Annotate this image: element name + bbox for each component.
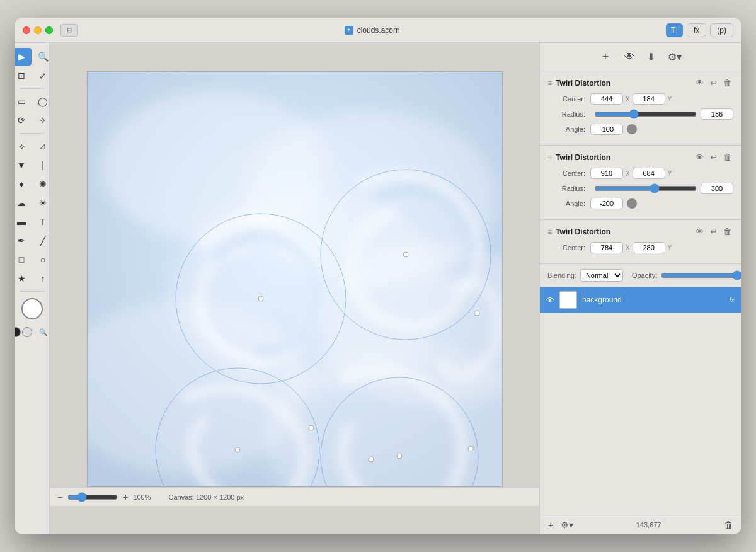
foreground-color[interactable]	[21, 298, 43, 319]
black-color[interactable]	[15, 327, 21, 337]
drag-handle-1[interactable]: ≡	[547, 79, 552, 88]
lasso-tool[interactable]: ⟳	[15, 112, 32, 129]
visibility-button[interactable]: 👁	[622, 50, 637, 64]
text-icon: T!	[671, 26, 678, 35]
radius-slider-1[interactable]	[594, 109, 697, 119]
filter-delete-2[interactable]: 🗑	[721, 152, 733, 163]
radius-row-2: Radius:	[547, 183, 733, 194]
center-y-input-2[interactable]	[633, 168, 665, 179]
add-filter-button[interactable]: +	[597, 48, 614, 66]
radius-value-2[interactable]	[701, 183, 733, 194]
canvas-image[interactable]	[87, 71, 503, 487]
filter-title-2: Twirl Distortion	[556, 153, 690, 162]
rect-draw-tool[interactable]: □	[15, 251, 32, 268]
magic-wand-tool[interactable]: ⟡	[15, 137, 32, 155]
center-x-input-3[interactable]	[590, 242, 623, 253]
filter-reset-2[interactable]: ↩	[708, 152, 719, 163]
radius-value-1[interactable]: 186	[701, 108, 733, 120]
filter-eye-2[interactable]: 👁	[694, 152, 706, 163]
filter-delete-3[interactable]: 🗑	[721, 226, 733, 237]
add-layer-button[interactable]: +	[546, 519, 555, 531]
svg-point-17	[397, 454, 402, 459]
gradient-tool[interactable]: ▼	[15, 156, 32, 174]
center-y-input-1[interactable]: 184	[633, 93, 665, 105]
angle-label-2: Angle:	[547, 200, 585, 207]
canvas-area: − + 100% Canvas: 1200 × 1200 px	[50, 43, 539, 534]
settings-button[interactable]: ⚙▾	[665, 50, 684, 64]
radius-label-1: Radius:	[547, 110, 585, 118]
text-effects-button[interactable]: T!	[666, 23, 683, 37]
blending-label: Blending:	[547, 272, 576, 279]
main-area: ▶ 🔍 ⊡ ⤢ ▭ ◯ ⟳ ✧ ⟡ ⊿ ▼ |	[15, 43, 741, 534]
window-title: clouds.acorn	[357, 26, 400, 35]
sidebar-toggle-button[interactable]: ⊟	[60, 24, 78, 37]
white-color[interactable]	[22, 327, 32, 337]
center-y-input-3[interactable]	[633, 242, 665, 253]
layer-name: background	[582, 296, 724, 304]
angle-input-2[interactable]	[590, 198, 623, 209]
close-button[interactable]	[23, 26, 30, 34]
angle-input-1[interactable]: -100	[590, 124, 623, 135]
filter-actions-2: 👁 ↩ 🗑	[694, 152, 733, 163]
angle-dial-2[interactable]	[627, 198, 637, 209]
layer-eye-icon[interactable]: 👁	[546, 296, 554, 305]
zoom-level: 100%	[133, 493, 151, 501]
minimize-button[interactable]	[34, 26, 42, 34]
cloud-tool[interactable]: ☁	[15, 194, 32, 212]
zoom-in-icon[interactable]: +	[123, 492, 128, 502]
opacity-slider[interactable]	[661, 270, 741, 280]
blend-mode-select[interactable]: Normal Multiply Screen	[580, 269, 623, 282]
svg-point-15	[369, 457, 374, 462]
radius-row-1: Radius: 186	[547, 108, 733, 120]
blending-row: Blending: Normal Multiply Screen Opacity…	[540, 264, 741, 287]
x-label-3: X	[626, 244, 630, 251]
drag-handle-2[interactable]: ≡	[547, 153, 552, 162]
angle-dial-1[interactable]	[627, 124, 637, 134]
select-tool[interactable]: ▶	[15, 48, 32, 66]
canvas-statusbar: − + 100% Canvas: 1200 × 1200 px	[50, 487, 539, 506]
filter-title-1: Twirl Distortion	[556, 79, 690, 88]
radius-slider-2[interactable]	[594, 183, 697, 193]
filter-delete-1[interactable]: 🗑	[721, 78, 733, 88]
titlebar-right: T! fx (p)	[666, 23, 733, 37]
fx-button[interactable]: fx	[687, 23, 706, 37]
star-tool[interactable]: ★	[15, 270, 32, 287]
zoom-out-icon[interactable]: −	[57, 492, 62, 502]
center-x-input-2[interactable]	[590, 168, 623, 179]
y-label-1: Y	[668, 96, 672, 103]
drag-handle-3[interactable]: ≡	[547, 227, 552, 236]
zoom-slider[interactable]	[67, 492, 118, 502]
center-label-2: Center:	[547, 170, 585, 177]
filter-reset-1[interactable]: ↩	[708, 78, 719, 88]
filter-eye-3[interactable]: 👁	[694, 226, 706, 237]
filter-header-3: ≡ Twirl Distortion 👁 ↩ 🗑	[547, 226, 733, 237]
divider3	[20, 291, 45, 292]
rect-select-tool[interactable]: ▭	[15, 93, 32, 110]
center-row-3: Center: X Y	[547, 242, 733, 253]
center-x-input-1[interactable]: 444	[590, 93, 623, 105]
filter-reset-3[interactable]: ↩	[708, 226, 719, 237]
rect-shape-tool[interactable]: ▬	[15, 213, 32, 231]
angle-row-2: Angle:	[547, 198, 733, 209]
canvas-svg	[88, 72, 502, 486]
filter-eye-1[interactable]: 👁	[694, 78, 706, 88]
layer-thumbnail	[559, 291, 577, 309]
angle-label-1: Angle:	[547, 125, 585, 133]
opacity-label: Opacity:	[632, 272, 657, 279]
layer-fx-label[interactable]: fx	[729, 296, 735, 304]
layer-row[interactable]: 👁 background fx	[540, 287, 741, 313]
filter-title-3: Twirl Distortion	[556, 227, 690, 236]
filter-actions-1: 👁 ↩ 🗑	[694, 78, 733, 88]
filter-actions-3: 👁 ↩ 🗑	[694, 226, 733, 237]
y-label-2: Y	[668, 170, 672, 177]
maximize-button[interactable]	[45, 26, 53, 34]
layer-count: 143,677	[579, 521, 718, 529]
crop-tool[interactable]: ⊡	[15, 67, 32, 84]
eraser-tool[interactable]: ♦	[15, 175, 32, 193]
delete-layer-button[interactable]: 🗑	[722, 519, 735, 531]
layer-settings-button[interactable]: ⚙▾	[559, 519, 575, 531]
download-button[interactable]: ⬇	[644, 50, 658, 64]
p-button[interactable]: (p)	[710, 23, 733, 37]
pen-tool[interactable]: ✒	[15, 232, 32, 250]
svg-point-18	[468, 446, 473, 451]
